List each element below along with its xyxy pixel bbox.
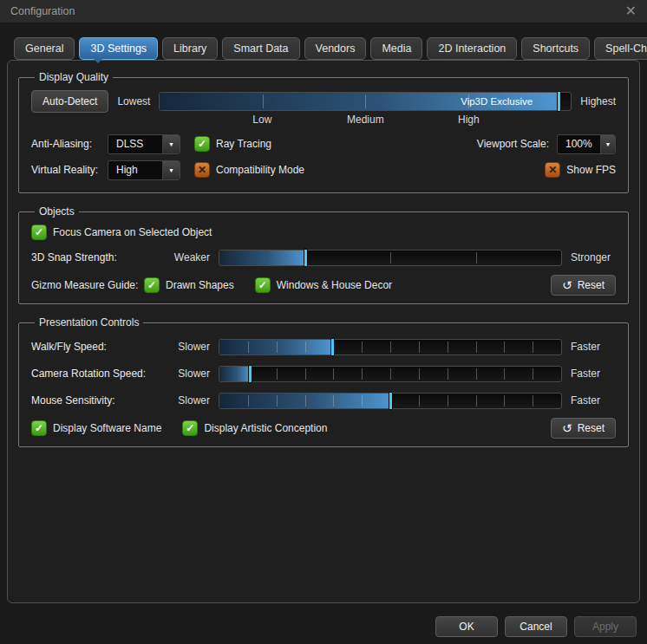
checkbox-checked-icon: ✓ — [31, 420, 47, 436]
tab-spell-check[interactable]: Spell-Check — [594, 37, 647, 60]
windows-house-decor-checkbox[interactable]: ✓ Windows & House Decor — [255, 277, 392, 293]
virtual-reality-value: High — [108, 164, 162, 176]
checkbox-checked-icon: ✓ — [31, 224, 47, 240]
tab-shortcuts[interactable]: Shortcuts — [521, 37, 590, 60]
slider-handle[interactable] — [330, 338, 335, 356]
focus-camera-label: Focus Camera on Selected Object — [53, 226, 212, 238]
snap-max-label: Stronger — [571, 251, 616, 263]
tab-media[interactable]: Media — [370, 37, 422, 60]
display-quality-legend: Display Quality — [35, 71, 113, 83]
anti-aliasing-row: Anti-Aliasing: DLSS ▼ ✓ Ray Tracing View… — [31, 133, 616, 154]
slider-handle[interactable] — [304, 249, 308, 267]
scale-label-low: Low — [252, 114, 271, 126]
slider-handle[interactable] — [248, 365, 252, 383]
display-artistic-conception-checkbox[interactable]: ✓ Display Artistic Conception — [182, 420, 327, 436]
quality-slider-column: Vip3D Exclusive Low Medium High — [159, 92, 572, 128]
compatibility-mode-checkbox[interactable]: ✕ Compatibility Mode — [194, 162, 304, 178]
display-software-name-checkbox[interactable]: ✓ Display Software Name — [31, 420, 161, 436]
slider-tick — [248, 395, 249, 407]
drawn-shapes-label: Drawn Shapes — [166, 279, 234, 291]
presentation-controls-group: Presentation Controls Walk/Fly Speed: Sl… — [18, 316, 629, 447]
checkbox-unchecked-icon: ✕ — [545, 162, 560, 178]
slider-tick — [263, 94, 264, 108]
show-fps-checkbox[interactable]: ✕ Show FPS — [545, 162, 616, 178]
slider-tick — [390, 252, 391, 263]
slider-tick — [362, 368, 363, 380]
slider-tick — [277, 395, 278, 407]
walk-fly-speed-slider[interactable] — [219, 339, 562, 355]
slider-tick — [504, 342, 505, 353]
camera-rotation-speed-slider[interactable] — [219, 366, 562, 382]
quality-min-label: Lowest — [117, 90, 150, 113]
show-fps-label: Show FPS — [566, 164, 616, 176]
slider-tick — [476, 395, 477, 407]
camera-rotation-max-label: Faster — [571, 368, 616, 380]
quality-scale-labels: Low Medium High — [159, 114, 572, 128]
slider-tick — [419, 368, 420, 380]
virtual-reality-row: Virtual Reality: High ▼ ✕ Compatibility … — [31, 159, 616, 180]
presentation-controls-legend: Presentation Controls — [35, 316, 143, 329]
slider-fill: Vip3D Exclusive — [160, 93, 559, 110]
objects-group: Objects ✓ Focus Camera on Selected Objec… — [18, 205, 629, 304]
objects-reset-button[interactable]: ↺ Reset — [551, 275, 616, 296]
slider-tick — [305, 395, 306, 407]
slider-tick — [419, 342, 420, 353]
auto-detect-button[interactable]: Auto-Detect — [31, 90, 108, 113]
checkbox-checked-icon: ✓ — [182, 420, 198, 436]
tab-general[interactable]: General — [14, 37, 75, 60]
mouse-sensitivity-row: Mouse Sensitivity: Slower Faster — [31, 390, 616, 411]
snap-strength-row: 3D Snap Strength: Weaker Stronger — [31, 247, 616, 268]
snap-strength-slider[interactable] — [219, 250, 562, 266]
tab-3d-settings[interactable]: 3D Settings — [79, 37, 158, 60]
virtual-reality-dropdown[interactable]: High ▼ — [108, 160, 180, 180]
tab-vendors[interactable]: Vendors — [304, 37, 367, 60]
objects-legend: Objects — [35, 205, 79, 218]
tab-library[interactable]: Library — [162, 37, 218, 60]
focus-camera-row: ✓ Focus Camera on Selected Object — [31, 224, 616, 240]
slider-tick — [448, 342, 448, 353]
anti-aliasing-label: Anti-Aliasing: — [31, 138, 108, 150]
slider-handle[interactable] — [389, 392, 393, 410]
tab-smart-data[interactable]: Smart Data — [222, 37, 299, 60]
dialog-footer: OK Cancel Apply — [435, 616, 637, 637]
tab-2d-interaction[interactable]: 2D Interaction — [427, 37, 517, 60]
snap-min-label: Weaker — [168, 251, 210, 263]
slider-tick — [448, 368, 448, 380]
camera-rotation-min-label: Slower — [168, 368, 210, 380]
slider-handle[interactable] — [557, 91, 561, 112]
dropdown-arrow-icon: ▼ — [600, 135, 615, 153]
slider-fill — [219, 250, 305, 265]
slider-tick — [476, 368, 477, 380]
drawn-shapes-checkbox[interactable]: ✓ Drawn Shapes — [144, 277, 234, 293]
display-artistic-conception-label: Display Artistic Conception — [204, 422, 327, 434]
slider-tick — [476, 342, 477, 353]
title-bar: Configuration ✕ — [0, 0, 647, 23]
slider-fill — [219, 367, 250, 381]
slider-tick — [277, 342, 278, 353]
mouse-sensitivity-max-label: Faster — [571, 394, 616, 407]
ray-tracing-checkbox[interactable]: ✓ Ray Tracing — [194, 136, 271, 152]
virtual-reality-label: Virtual Reality: — [31, 164, 108, 176]
objects-reset-label: Reset — [578, 279, 605, 291]
slider-tick — [362, 395, 363, 407]
slider-tick — [277, 368, 278, 380]
mouse-sensitivity-min-label: Slower — [168, 394, 210, 407]
focus-camera-checkbox[interactable]: ✓ Focus Camera on Selected Object — [31, 224, 212, 240]
camera-rotation-speed-row: Camera Rotation Speed: Slower Faster — [31, 363, 616, 384]
vip3d-exclusive-badge: Vip3D Exclusive — [461, 93, 533, 110]
apply-button[interactable]: Apply — [574, 616, 637, 637]
cancel-button[interactable]: Cancel — [505, 616, 567, 637]
anti-aliasing-dropdown[interactable]: DLSS ▼ — [108, 134, 180, 154]
close-icon[interactable]: ✕ — [625, 4, 637, 18]
slider-tick — [419, 395, 420, 407]
slider-tick — [333, 368, 334, 380]
mouse-sensitivity-slider[interactable] — [219, 393, 562, 409]
walk-fly-speed-row: Walk/Fly Speed: Slower Faster — [31, 336, 616, 357]
ok-button[interactable]: OK — [435, 616, 498, 637]
viewport-scale-value: 100% — [558, 138, 600, 150]
viewport-scale-dropdown[interactable]: 100% ▼ — [557, 134, 616, 154]
slider-tick — [362, 342, 363, 353]
slider-tick — [390, 342, 391, 353]
presentation-reset-button[interactable]: ↺ Reset — [551, 418, 616, 439]
display-quality-slider[interactable]: Vip3D Exclusive — [159, 92, 572, 111]
